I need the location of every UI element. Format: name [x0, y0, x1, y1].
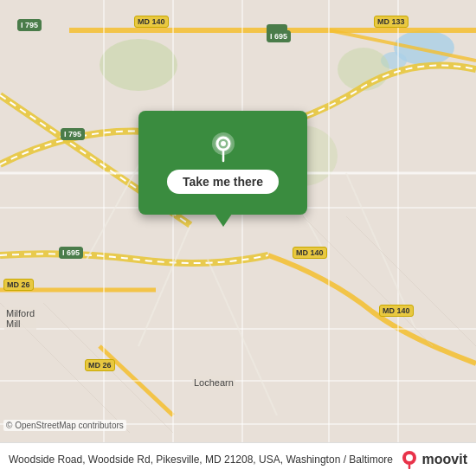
place-label-lochearn: Lochearn [192, 376, 235, 389]
osm-attribution: © OpenStreetMap contributors [3, 420, 126, 431]
svg-point-37 [406, 454, 413, 461]
road-badge-i695-top: I 695 [267, 30, 291, 42]
map-svg: 695 [0, 0, 476, 476]
road-badge-md140-right: MD 140 [293, 247, 327, 259]
road-badge-md140-top: MD 140 [134, 16, 169, 28]
moovit-logo: moovit [400, 450, 467, 469]
moovit-pin-icon [400, 450, 419, 469]
location-popup: Take me there [138, 111, 307, 215]
road-badge-md26-bottom: MD 26 [85, 359, 115, 371]
road-badge-md140-far-right: MD 140 [379, 305, 414, 317]
road-badge-i695-left: I 695 [59, 247, 83, 259]
svg-point-35 [221, 141, 226, 146]
road-badge-i795-mid: I 795 [61, 128, 85, 140]
svg-point-2 [100, 39, 177, 91]
map-container: 695 I 795 MD 140 I 695 MD 133 I 795 I 69… [0, 0, 476, 476]
take-me-there-button[interactable]: Take me there [167, 170, 279, 194]
bottom-bar: Woodside Road, Woodside Rd, Pikesville, … [0, 442, 476, 476]
address-text: Woodside Road, Woodside Rd, Pikesville, … [9, 453, 400, 467]
location-pin-icon [208, 132, 239, 163]
svg-line-31 [346, 216, 476, 346]
road-badge-md26-left: MD 26 [3, 279, 34, 291]
road-badge-i795-top: I 795 [17, 19, 42, 31]
road-badge-md133: MD 133 [374, 16, 408, 28]
place-label-milford-mill: MilfordMill [4, 307, 36, 330]
moovit-brand-text: moovit [422, 452, 467, 467]
